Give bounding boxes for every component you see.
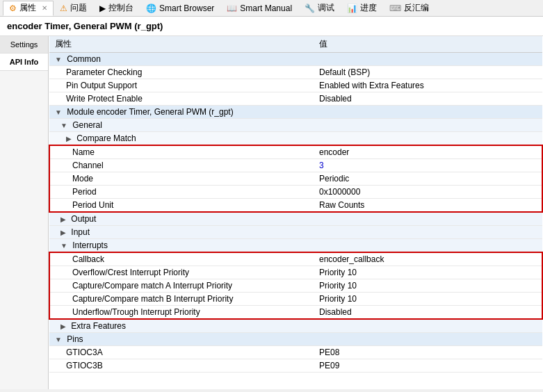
row-pin-output[interactable]: Pin Output Support Enabled with Extra Fe…: [49, 79, 542, 92]
section-extra-label: Extra Features: [71, 321, 126, 331]
row-overflow-interrupt[interactable]: Overflow/Crest Interrupt Priority Priori…: [49, 266, 542, 279]
row-mode[interactable]: Mode Periodic: [49, 172, 542, 186]
tab-progress-label: 进度: [360, 2, 377, 14]
section-general-label: General: [72, 120, 102, 130]
collapse-interrupts-icon: ▼: [60, 242, 67, 250]
decompile-icon: ⌨: [389, 3, 401, 13]
section-output-label: Output: [71, 214, 96, 224]
props-icon: ⚙: [9, 3, 17, 13]
tab-debug[interactable]: 🔧 调试: [298, 1, 341, 16]
tab-smart-browser-label: Smart Browser: [159, 3, 214, 13]
tab-issues-label: 问题: [70, 2, 87, 14]
section-module-label: Module encoder Timer, General PWM (r_gpt…: [67, 107, 233, 117]
collapse-input-icon: ▶: [60, 229, 66, 236]
val-gtioc3b: PE09: [314, 359, 542, 373]
val-mode: Periodic: [314, 172, 542, 186]
tab-progress[interactable]: 📊 进度: [341, 1, 383, 16]
content-area: 属性 值 ▼ Common Parameter Checking Default…: [49, 36, 543, 389]
val-capture-a-interrupt: Priority 10: [314, 279, 542, 293]
row-write-protect[interactable]: Write Protect Enable Disabled: [49, 92, 542, 106]
val-period: 0x1000000: [314, 186, 542, 199]
tab-decompile-label: 反汇编: [404, 2, 429, 14]
section-interrupts[interactable]: ▼ Interrupts: [49, 239, 542, 253]
prop-gtioc3a: GTIOC3A: [49, 346, 314, 359]
row-channel[interactable]: Channel 3: [49, 159, 542, 172]
tab-props[interactable]: ⚙ 属性 ✕: [3, 1, 54, 16]
tab-bar: ⚙ 属性 ✕ ⚠ 问题 ▶ 控制台 🌐 Smart Browser 📖 Smar…: [0, 0, 543, 17]
debug-icon: 🔧: [305, 3, 315, 13]
smart-browser-icon: 🌐: [146, 3, 156, 13]
row-underflow-interrupt[interactable]: Underflow/Trough Interrupt Priority Disa…: [49, 306, 542, 320]
title-bar: encoder Timer, General PWM (r_gpt): [0, 17, 543, 36]
tab-smart-browser[interactable]: 🌐 Smart Browser: [140, 1, 220, 16]
row-capture-a-interrupt[interactable]: Capture/Compare match A Interrupt Priori…: [49, 279, 542, 293]
section-input-label: Input: [71, 227, 90, 237]
row-gtioc3b[interactable]: GTIOC3B PE09: [49, 359, 542, 373]
section-general[interactable]: ▼ General: [49, 119, 542, 132]
section-pins[interactable]: ▼ Pins: [49, 333, 542, 346]
row-period-unit[interactable]: Period Unit Raw Counts: [49, 199, 542, 213]
section-common[interactable]: ▼ Common: [49, 53, 542, 66]
properties-table: 属性 值 ▼ Common Parameter Checking Default…: [49, 36, 543, 373]
api-info-label: API Info: [10, 58, 39, 66]
val-period-unit: Raw Counts: [314, 199, 542, 213]
col-value: 值: [314, 36, 542, 53]
row-param-checking[interactable]: Parameter Checking Default (BSP): [49, 66, 542, 79]
val-channel: 3: [314, 159, 542, 172]
val-overflow-interrupt: Priority 10: [314, 266, 542, 279]
collapse-compare-icon: ▶: [66, 135, 72, 142]
sidebar: Settings API Info: [0, 36, 49, 389]
settings-label: Settings: [10, 40, 38, 49]
val-name: encoder: [314, 145, 542, 159]
val-underflow-interrupt: Disabled: [314, 306, 542, 320]
tab-smart-manual[interactable]: 📖 Smart Manual: [220, 1, 298, 16]
sidebar-item-settings[interactable]: Settings: [0, 36, 48, 54]
tab-console[interactable]: ▶ 控制台: [93, 1, 140, 16]
tab-props-label: 属性: [19, 2, 36, 14]
page-title: encoder Timer, General PWM (r_gpt): [7, 21, 163, 31]
collapse-extra-icon: ▶: [60, 322, 66, 330]
section-interrupts-label: Interrupts: [72, 240, 108, 250]
prop-gtioc3b: GTIOC3B: [49, 359, 314, 373]
section-output[interactable]: ▶ Output: [49, 212, 542, 226]
main-layout: Settings API Info 属性 值 ▼ Common: [0, 36, 543, 389]
collapse-pins-icon: ▼: [55, 336, 62, 343]
val-write-protect: Disabled: [314, 92, 542, 106]
prop-period: Period: [49, 186, 314, 199]
issues-icon: ⚠: [60, 3, 67, 13]
section-compare-match[interactable]: ▶ Compare Match: [49, 132, 542, 146]
section-module[interactable]: ▼ Module encoder Timer, General PWM (r_g…: [49, 106, 542, 119]
prop-capture-a-interrupt: Capture/Compare match A Interrupt Priori…: [49, 279, 314, 293]
section-pins-label: Pins: [67, 334, 83, 344]
prop-period-unit: Period Unit: [49, 199, 314, 213]
val-gtioc3a: PE08: [314, 346, 542, 359]
tab-issues[interactable]: ⚠ 问题: [54, 1, 93, 16]
row-gtioc3a[interactable]: GTIOC3A PE08: [49, 346, 542, 359]
prop-callback: Callback: [49, 252, 314, 266]
collapse-output-icon: ▶: [60, 215, 66, 223]
tab-debug-label: 调试: [318, 2, 334, 14]
row-period[interactable]: Period 0x1000000: [49, 186, 542, 199]
sidebar-item-api-info[interactable]: API Info: [0, 54, 48, 71]
tab-console-label: 控制台: [108, 2, 133, 14]
prop-name: Name: [49, 145, 314, 159]
prop-channel: Channel: [49, 159, 314, 172]
row-name[interactable]: Name encoder: [49, 145, 542, 159]
prop-pin-output: Pin Output Support: [49, 79, 314, 92]
val-capture-b-interrupt: Priority 10: [314, 293, 542, 306]
console-icon: ▶: [99, 3, 106, 13]
prop-overflow-interrupt: Overflow/Crest Interrupt Priority: [49, 266, 314, 279]
close-icon[interactable]: ✕: [42, 4, 47, 12]
val-callback: encoder_callback: [314, 252, 542, 266]
row-callback[interactable]: Callback encoder_callback: [49, 252, 542, 266]
section-extra[interactable]: ▶ Extra Features: [49, 319, 542, 333]
collapse-icon: ▼: [55, 56, 62, 63]
tab-decompile[interactable]: ⌨ 反汇编: [383, 1, 435, 16]
val-pin-output: Enabled with Extra Features: [314, 79, 542, 92]
section-common-label: Common: [67, 54, 101, 64]
section-input[interactable]: ▶ Input: [49, 226, 542, 239]
section-compare-label: Compare Match: [76, 133, 136, 143]
collapse-general-icon: ▼: [60, 122, 67, 129]
row-capture-b-interrupt[interactable]: Capture/Compare match B Interrupt Priori…: [49, 293, 542, 306]
prop-underflow-interrupt: Underflow/Trough Interrupt Priority: [49, 306, 314, 320]
